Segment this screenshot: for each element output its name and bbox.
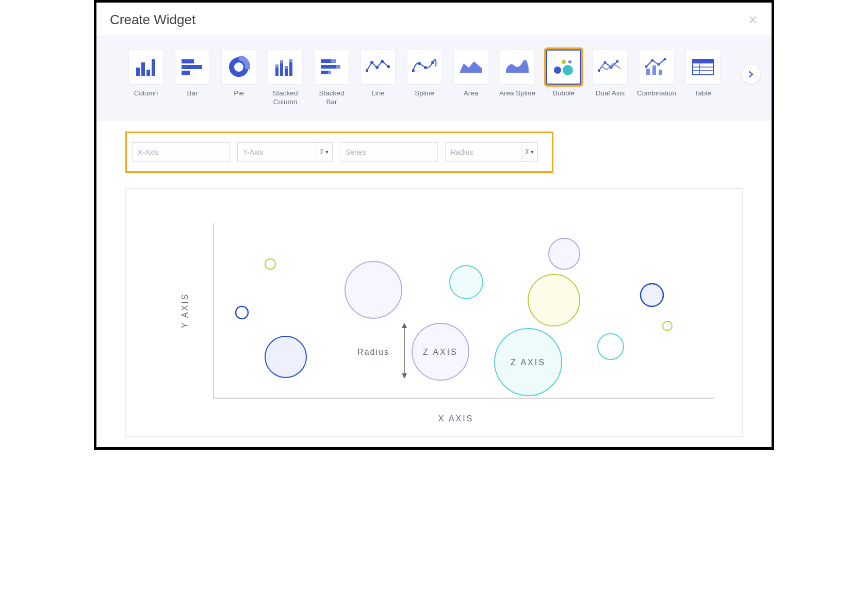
chart-type-label: Bar <box>187 89 198 98</box>
svg-point-26 <box>387 65 390 68</box>
chart-type-selector: Column Bar Pie <box>96 35 772 121</box>
svg-rect-10 <box>280 63 283 76</box>
svg-point-25 <box>381 60 384 63</box>
chart-type-label: Column <box>134 89 158 98</box>
area-chart-icon <box>458 59 483 75</box>
chart-type-table[interactable]: Table <box>684 50 722 98</box>
page-title: Create Widget <box>110 12 195 28</box>
svg-point-65 <box>598 334 624 359</box>
svg-rect-5 <box>182 65 202 69</box>
close-button[interactable]: ✕ <box>748 13 758 27</box>
svg-rect-13 <box>285 66 288 69</box>
svg-rect-3 <box>152 59 155 76</box>
chart-type-label: Spline <box>415 89 434 98</box>
combination-chart-icon <box>644 58 669 76</box>
x-axis-placeholder: X-Axis <box>138 148 158 156</box>
svg-point-43 <box>645 66 648 68</box>
chart-type-bubble[interactable]: Bubble <box>545 50 582 98</box>
svg-rect-18 <box>321 65 336 69</box>
svg-marker-73 <box>402 373 407 379</box>
chart-type-stacked-bar[interactable]: Stacked Bar <box>313 50 350 107</box>
svg-point-34 <box>562 60 566 64</box>
chart-type-stacked-column[interactable]: Stacked Column <box>267 50 304 107</box>
svg-point-28 <box>418 62 421 65</box>
series-input[interactable]: Series <box>340 142 438 162</box>
x-axis-input[interactable]: X-Axis <box>132 142 230 162</box>
svg-text:Radius: Radius <box>357 348 389 356</box>
svg-point-24 <box>375 66 379 69</box>
svg-point-33 <box>563 65 573 75</box>
bubble-chart-preview: Y AXIS X AXIS Z AXIS Z AXIS <box>136 212 745 429</box>
svg-point-29 <box>424 66 427 69</box>
svg-rect-16 <box>321 59 331 63</box>
svg-point-60 <box>450 266 483 299</box>
bubble-chart-icon <box>552 57 575 77</box>
svg-rect-14 <box>289 62 292 76</box>
chart-type-combination[interactable]: Combination <box>638 50 675 98</box>
svg-rect-6 <box>182 71 190 75</box>
sigma-icon: Σ <box>526 148 530 156</box>
svg-rect-20 <box>321 71 328 74</box>
svg-point-45 <box>658 63 660 66</box>
svg-rect-42 <box>659 70 662 75</box>
dual-axis-icon <box>598 59 623 75</box>
chart-type-dual-axis[interactable]: Dual Axis <box>592 50 629 98</box>
radius-input[interactable]: Radius <box>445 142 522 162</box>
svg-point-59 <box>345 261 402 318</box>
svg-point-44 <box>651 59 654 62</box>
svg-point-30 <box>431 61 434 64</box>
table-icon <box>692 59 714 75</box>
scroll-right-button[interactable] <box>742 65 760 84</box>
svg-rect-41 <box>652 66 656 75</box>
chart-type-line[interactable]: Line <box>359 50 397 98</box>
chart-type-pie[interactable]: Pie <box>220 50 257 98</box>
svg-text:Z AXIS: Z AXIS <box>423 348 458 356</box>
svg-point-27 <box>412 69 415 72</box>
bar-chart-icon <box>182 58 203 76</box>
svg-rect-11 <box>280 60 283 63</box>
svg-text:Y AXIS: Y AXIS <box>181 293 189 328</box>
chart-type-bar[interactable]: Bar <box>174 50 211 98</box>
pie-chart-icon <box>227 56 250 78</box>
svg-rect-21 <box>328 71 331 74</box>
svg-rect-17 <box>331 59 336 63</box>
svg-rect-8 <box>275 68 279 76</box>
svg-marker-31 <box>460 61 482 73</box>
svg-rect-12 <box>285 69 288 76</box>
chevron-right-icon <box>748 71 754 78</box>
svg-point-67 <box>663 321 672 331</box>
svg-point-37 <box>604 61 607 64</box>
svg-point-58 <box>265 336 306 378</box>
line-chart-icon <box>366 59 390 75</box>
chart-type-column[interactable]: Column <box>127 50 165 98</box>
chart-type-area-spline[interactable]: Area Spline <box>499 50 536 98</box>
chart-type-label: Table <box>695 89 711 98</box>
y-axis-aggregation-button[interactable]: Σ▼ <box>317 142 333 162</box>
chart-type-label: Combination <box>637 89 676 98</box>
axis-config-bar: X-Axis Y-Axis Σ▼ Series Radius Σ▼ <box>125 132 553 173</box>
chart-type-spline[interactable]: Spline <box>406 50 443 98</box>
svg-rect-0 <box>136 68 140 76</box>
column-chart-icon <box>135 58 157 76</box>
chart-type-label: Stacked Bar <box>313 89 350 107</box>
y-axis-input[interactable]: Y-Axis <box>237 142 317 162</box>
chart-type-area[interactable]: Area <box>452 50 489 98</box>
svg-point-39 <box>616 60 619 63</box>
svg-rect-1 <box>141 62 145 76</box>
svg-rect-9 <box>275 64 279 68</box>
svg-point-64 <box>549 238 580 269</box>
chart-type-label: Pie <box>234 89 244 98</box>
svg-text:X AXIS: X AXIS <box>438 414 474 423</box>
svg-rect-40 <box>646 69 650 75</box>
svg-point-32 <box>554 67 561 74</box>
sigma-icon: Σ <box>320 148 324 156</box>
chart-type-label: Area <box>464 89 479 98</box>
chart-type-label: Line <box>371 89 385 98</box>
area-spline-icon <box>505 59 530 75</box>
radius-placeholder: Radius <box>451 148 473 156</box>
svg-text:Z AXIS: Z AXIS <box>511 358 546 367</box>
chart-type-label: Stacked Column <box>267 89 304 107</box>
svg-point-35 <box>568 60 571 63</box>
svg-rect-15 <box>289 59 292 62</box>
radius-aggregation-button[interactable]: Σ▼ <box>522 142 538 162</box>
